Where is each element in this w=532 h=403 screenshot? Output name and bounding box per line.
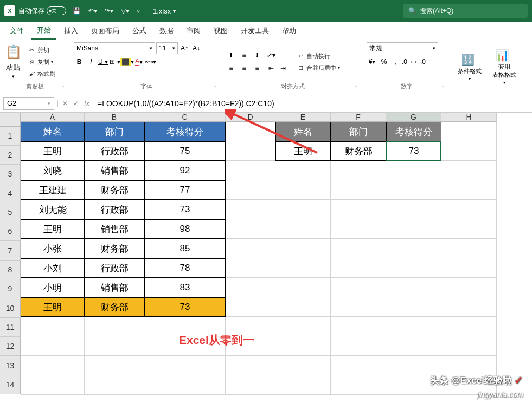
- cell[interactable]: [226, 356, 275, 375]
- paste-button[interactable]: 📋 粘贴 ▾: [3, 43, 23, 80]
- redo-icon[interactable]: ↷▾: [102, 6, 116, 16]
- cell[interactable]: 行政部: [85, 200, 144, 219]
- align-left-button[interactable]: ≡: [226, 63, 236, 74]
- col-header[interactable]: B: [85, 113, 144, 122]
- autosave-toggle[interactable]: 自动保存 ● 关: [18, 6, 66, 16]
- cell[interactable]: [441, 122, 497, 141]
- cell[interactable]: 王明: [21, 219, 85, 239]
- cell[interactable]: [226, 219, 275, 239]
- cell[interactable]: [441, 161, 497, 180]
- cell[interactable]: [441, 356, 497, 375]
- cell[interactable]: [226, 180, 275, 200]
- tab-help[interactable]: 帮助: [277, 23, 302, 39]
- cell[interactable]: [21, 356, 85, 375]
- select-all-corner[interactable]: [0, 113, 21, 127]
- align-center-button[interactable]: ≡: [239, 63, 249, 74]
- cell[interactable]: [275, 258, 331, 278]
- cell[interactable]: 销售部: [85, 161, 144, 180]
- tab-data[interactable]: 数据: [154, 23, 179, 39]
- name-box[interactable]: G2 ▾: [3, 97, 54, 110]
- align-middle-button[interactable]: ≡: [239, 50, 249, 61]
- cell[interactable]: [21, 317, 85, 336]
- cell[interactable]: 部门: [331, 122, 386, 141]
- cell[interactable]: [386, 219, 441, 239]
- comma-button[interactable]: ,: [390, 56, 401, 67]
- cell[interactable]: 考核得分: [386, 122, 441, 141]
- row-header[interactable]: 3: [0, 165, 21, 184]
- cell[interactable]: [275, 219, 331, 239]
- decrease-indent-button[interactable]: ⇤: [266, 63, 277, 74]
- bold-button[interactable]: B: [74, 56, 85, 67]
- cell[interactable]: [275, 317, 331, 336]
- cell[interactable]: [386, 180, 441, 200]
- row-header[interactable]: 7: [0, 241, 21, 260]
- cell[interactable]: [226, 161, 275, 180]
- cell[interactable]: [386, 258, 441, 278]
- currency-button[interactable]: ¥▾: [367, 56, 377, 67]
- col-header[interactable]: E: [275, 113, 331, 122]
- phonetic-button[interactable]: wén▾: [145, 56, 156, 67]
- row-header[interactable]: 4: [0, 184, 21, 203]
- cell[interactable]: [226, 258, 275, 278]
- cell[interactable]: 财务部: [85, 239, 144, 258]
- cell[interactable]: 85: [144, 239, 226, 258]
- cell[interactable]: [331, 161, 386, 180]
- row-header[interactable]: 1: [0, 127, 21, 146]
- cell[interactable]: 姓名: [275, 122, 331, 141]
- cell[interactable]: 姓名: [21, 122, 85, 141]
- cell[interactable]: 行政部: [85, 141, 144, 161]
- cell[interactable]: [386, 297, 441, 317]
- toggle-switch[interactable]: ● 关: [47, 6, 66, 15]
- cell[interactable]: [21, 375, 85, 395]
- cut-button[interactable]: ✂剪切: [25, 44, 57, 55]
- row-header[interactable]: 12: [0, 337, 21, 356]
- cell[interactable]: [331, 336, 386, 356]
- cell[interactable]: [386, 161, 441, 180]
- row-header[interactable]: 13: [0, 356, 21, 375]
- cell[interactable]: 98: [144, 219, 226, 239]
- formatpainter-button[interactable]: 🖌格式刷: [25, 68, 57, 79]
- increase-indent-button[interactable]: ⇥: [278, 63, 289, 74]
- cell[interactable]: [21, 336, 85, 356]
- accept-icon[interactable]: ✓: [71, 100, 81, 107]
- cell[interactable]: [85, 375, 144, 395]
- cell[interactable]: [226, 122, 275, 141]
- fx-icon[interactable]: fx: [82, 100, 92, 107]
- cell[interactable]: [441, 219, 497, 239]
- cell[interactable]: [331, 375, 386, 395]
- col-header[interactable]: A: [21, 113, 85, 122]
- cell[interactable]: 王建建: [21, 180, 85, 200]
- row-header[interactable]: 6: [0, 222, 21, 241]
- formula-input[interactable]: =LOOKUP(1,0/((A2:A10=E2)*(B2:B10=F2)),C2…: [94, 97, 532, 110]
- cell[interactable]: [331, 258, 386, 278]
- cell[interactable]: 78: [144, 258, 226, 278]
- number-format-select[interactable]: 常规▾: [367, 42, 438, 54]
- cell[interactable]: [275, 239, 331, 258]
- cell[interactable]: 财务部: [85, 297, 144, 317]
- cell[interactable]: 83: [144, 278, 226, 297]
- cell[interactable]: [386, 200, 441, 219]
- cell[interactable]: [441, 180, 497, 200]
- align-right-button[interactable]: ≡: [252, 63, 262, 74]
- cell[interactable]: [275, 278, 331, 297]
- cell[interactable]: [331, 356, 386, 375]
- row-header[interactable]: 11: [0, 318, 21, 337]
- cell[interactable]: [226, 200, 275, 219]
- cell[interactable]: [85, 356, 144, 375]
- cell[interactable]: [441, 317, 497, 336]
- active-cell[interactable]: 73: [386, 141, 441, 161]
- cell[interactable]: [226, 297, 275, 317]
- conditional-format-button[interactable]: 🔢 条件格式 ▾: [453, 51, 486, 83]
- row-header[interactable]: 14: [0, 375, 21, 394]
- cell[interactable]: 王明: [275, 141, 331, 161]
- cell[interactable]: 73: [144, 297, 226, 317]
- undo-icon[interactable]: ↶▾: [86, 6, 99, 16]
- cell[interactable]: 财务部: [331, 141, 386, 161]
- cell[interactable]: [275, 180, 331, 200]
- cell[interactable]: [441, 141, 497, 161]
- cell[interactable]: 销售部: [85, 219, 144, 239]
- increase-decimal-button[interactable]: .0→: [402, 56, 413, 67]
- align-top-button[interactable]: ⬆: [226, 50, 236, 61]
- row-header[interactable]: 2: [0, 146, 21, 165]
- cell[interactable]: [275, 161, 331, 180]
